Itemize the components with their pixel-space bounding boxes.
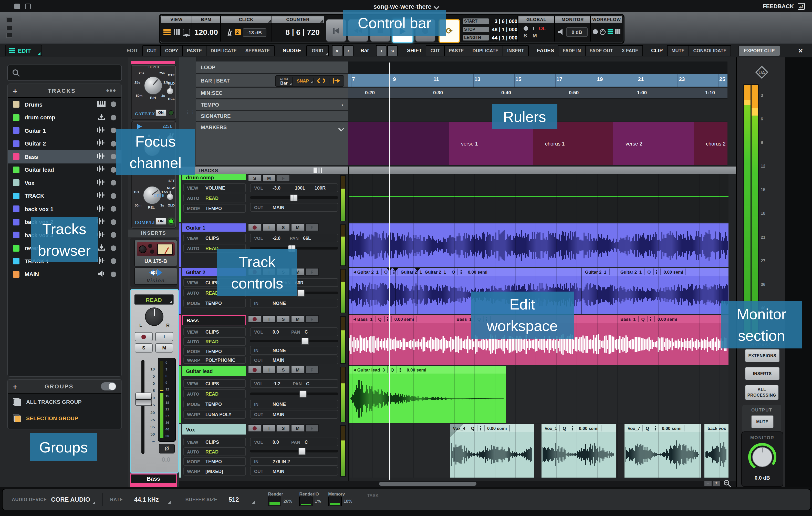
- auto-field[interactable]: READ: [205, 339, 219, 344]
- clip-header[interactable]: back vox: [705, 425, 728, 431]
- record-enable-dot[interactable]: [111, 271, 116, 277]
- solo-button[interactable]: S: [277, 424, 290, 432]
- solo-button[interactable]: S: [277, 315, 290, 323]
- clip-header[interactable]: Bass_1Q0.00 semi: [618, 316, 680, 322]
- clip-boundary[interactable]: [616, 315, 616, 365]
- shift-cut-button[interactable]: CUT: [427, 45, 445, 56]
- cut-button[interactable]: CUT: [143, 45, 161, 56]
- mute-button[interactable]: M: [291, 366, 304, 374]
- volume-pan-field[interactable]: VOL-2.0PAN66L: [250, 234, 338, 242]
- group-list-item[interactable]: SELECTION GROUP: [8, 410, 121, 426]
- solo-button[interactable]: S: [277, 366, 290, 374]
- link-icon[interactable]: [314, 78, 329, 84]
- nudge-forward-button[interactable]: ›: [376, 45, 386, 56]
- inserts-bypass-button[interactable]: INSERTS: [745, 367, 780, 380]
- nudge-back-button[interactable]: ‹: [343, 45, 353, 56]
- volume-slider[interactable]: [250, 391, 338, 397]
- speaker-icon[interactable]: [558, 29, 563, 35]
- mute-button[interactable]: M: [291, 223, 304, 231]
- copy-button[interactable]: COPY: [161, 45, 183, 56]
- mode-field[interactable]: TEMPO: [205, 300, 222, 306]
- input-monitor-button[interactable]: I: [155, 332, 173, 341]
- view-edit-icon[interactable]: [183, 29, 190, 36]
- in-field[interactable]: INNONE: [250, 400, 338, 408]
- mute-button[interactable]: M: [262, 174, 276, 182]
- clip-header[interactable]: Guitar 2_1: [582, 268, 609, 275]
- start-value[interactable]: 3 | 6 | 000: [489, 18, 517, 24]
- track-list-item[interactable]: MAIN: [8, 268, 121, 281]
- clip-boundary[interactable]: [581, 268, 582, 314]
- clip-header[interactable]: ◀Bass_1Q0.00 semi: [350, 316, 417, 322]
- clip-lane-vox[interactable]: Vox_4Q0.00 semi Vox_1Q0.00 semi Vox_7Q0.…: [349, 424, 728, 478]
- record-arm-button[interactable]: [248, 315, 261, 323]
- out-field[interactable]: OUTMAIN: [250, 410, 338, 419]
- fade-in-button[interactable]: FADE IN: [559, 45, 585, 56]
- track-name-header[interactable]: Guitar lead: [182, 366, 246, 376]
- volume-slider[interactable]: [250, 448, 338, 454]
- warp-field[interactable]: LUNA POLY: [205, 412, 232, 417]
- focus-track-nameplate[interactable]: Bass: [130, 474, 177, 484]
- snap-dropdown[interactable]: SNAP: [293, 78, 314, 84]
- gate-on-button[interactable]: ON: [155, 109, 167, 116]
- auto-field[interactable]: READ: [205, 290, 219, 295]
- track-list-item[interactable]: TRACK: [8, 189, 121, 202]
- clip-consolidate-button[interactable]: CONSOLIDATE: [689, 45, 730, 56]
- insert-slot-api-vision[interactable]: api Vision: [134, 267, 177, 285]
- record-enable-dot[interactable]: [111, 219, 116, 225]
- input-button[interactable]: I: [262, 315, 276, 323]
- volume-pan-field[interactable]: VOL-1.2PANC: [250, 379, 338, 388]
- clip-boundary[interactable]: [396, 268, 396, 314]
- clip-header[interactable]: Guitar 2_1: [398, 268, 425, 275]
- gate-switch[interactable]: [167, 88, 174, 95]
- monitor-knob[interactable]: [747, 441, 778, 473]
- clip-lane-guitar-1[interactable]: [349, 223, 728, 267]
- clip-header[interactable]: Vox_7Q0.00 semi: [625, 425, 685, 431]
- stop-value[interactable]: 48 | 1 | 000: [489, 26, 517, 32]
- view-field[interactable]: CLIPS: [205, 381, 219, 386]
- view-field[interactable]: CLIPS: [205, 329, 219, 334]
- group-list-item[interactable]: ALL TRACKS GROUP: [8, 394, 121, 410]
- record-arm-button[interactable]: [248, 424, 261, 432]
- mute-button[interactable]: M: [155, 343, 173, 352]
- track-list-item[interactable]: Drums: [8, 98, 121, 111]
- panel-grip-icon[interactable]: [6, 18, 12, 40]
- view-field[interactable]: CLIPS: [205, 235, 219, 240]
- track-list-item-selected[interactable]: Bass: [8, 150, 121, 163]
- volume-automation-line[interactable]: [349, 196, 728, 197]
- audio-device-dropdown[interactable]: CORE AUDIO: [51, 496, 90, 503]
- in-field[interactable]: IN276 IN 2: [250, 457, 338, 466]
- feedback-button[interactable]: FEEDBACK ⇄: [762, 0, 805, 12]
- duplicate-button[interactable]: DUPLICATE: [206, 45, 241, 56]
- record-enable-dot[interactable]: [111, 141, 116, 147]
- global-solo[interactable]: S: [524, 32, 527, 38]
- mute-button[interactable]: M: [291, 424, 304, 432]
- record-enable-dot[interactable]: [111, 193, 116, 199]
- clip-header[interactable]: Vox_4Q0.00 semi: [450, 425, 510, 431]
- monitor-level[interactable]: 0 dB: [566, 27, 588, 37]
- record-enable-dot[interactable]: [111, 246, 116, 251]
- add-track-button[interactable]: +: [13, 86, 18, 95]
- playhead[interactable]: [389, 62, 390, 480]
- clip-boundary[interactable]: [417, 268, 418, 314]
- buffer-size-dropdown[interactable]: 512: [229, 496, 239, 503]
- global-record-icon[interactable]: [524, 26, 528, 30]
- volume-slider[interactable]: [250, 194, 338, 200]
- nudge-unit[interactable]: Bar: [361, 48, 369, 53]
- length-value[interactable]: 44 | 1 | 000: [489, 35, 517, 40]
- ruler-row-minsec[interactable]: MIN:SEC: [196, 88, 348, 99]
- view-field[interactable]: CLIPS: [205, 439, 219, 445]
- solo-button[interactable]: S: [277, 223, 290, 231]
- track-name-header[interactable]: Guitar 1: [182, 223, 246, 232]
- edit-menu-button[interactable]: EDIT: [5, 45, 42, 56]
- mute-button[interactable]: M: [291, 315, 304, 323]
- clip-lane-drum-comp[interactable]: [349, 174, 728, 222]
- input-button[interactable]: I: [262, 366, 276, 374]
- comp-type-switch[interactable]: [167, 193, 174, 200]
- clip-boundary[interactable]: [452, 315, 452, 365]
- solo-button[interactable]: S: [135, 343, 153, 352]
- auto-field[interactable]: READ: [205, 391, 219, 396]
- input-button[interactable]: I: [262, 223, 276, 231]
- mode-field[interactable]: TEMPO: [205, 206, 222, 211]
- all-processing-bypass-button[interactable]: ALL PROCESSING: [745, 385, 779, 400]
- search-input[interactable]: [7, 64, 122, 81]
